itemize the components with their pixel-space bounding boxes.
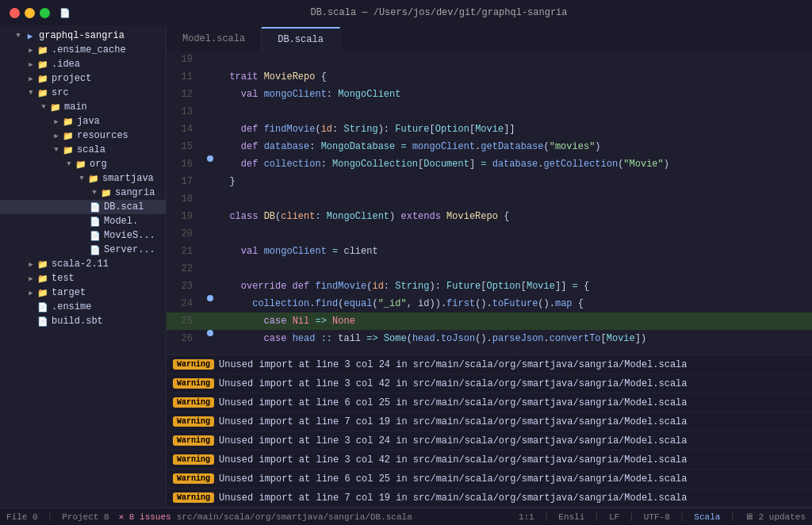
- sidebar-item-ensime-cache[interactable]: ▶ 📁 .ensime_cache: [0, 43, 166, 57]
- warning-text-8: Unused import at line 7 col 19 in src/ma…: [219, 492, 688, 504]
- sidebar-label-target: target: [52, 287, 86, 298]
- status-encoding-label: Ensli: [558, 512, 584, 522]
- sidebar-label-ensime: .ensime: [52, 301, 91, 312]
- warning-item-1: Warning Unused import at line 3 col 24 i…: [167, 355, 812, 374]
- warning-text-7: Unused import at line 6 col 25 in src/ma…: [219, 473, 688, 485]
- gutter-indicator-16: [207, 155, 213, 162]
- file-icon: 📄: [59, 8, 71, 18]
- sidebar-item-org[interactable]: ▼ 📁 org: [0, 157, 166, 171]
- code-line-26: 26 case head :: tail => Some(head.toJson…: [167, 330, 812, 347]
- code-line-22: 22: [167, 260, 812, 278]
- folder-icon-sangria: 📁: [100, 188, 113, 198]
- sidebar-item-buildsbt[interactable]: 📄 build.sbt: [0, 314, 166, 328]
- folder-icon-scala: 📁: [62, 145, 75, 155]
- file-icon-ensime: 📄: [36, 302, 49, 312]
- code-editor[interactable]: 10 11 trait MovieRepo { 12 val mongoClie…: [167, 51, 812, 354]
- sidebar-item-smartjava[interactable]: ▼ 📁 smartjava: [0, 171, 166, 186]
- status-file: File 0: [6, 512, 38, 522]
- tree-arrow-root: ▼: [13, 32, 24, 40]
- warning-badge-1: Warning: [173, 359, 214, 370]
- titlebar: 📄 DB.scala — /Users/jos/dev/git/graphql-…: [0, 0, 812, 25]
- folder-icon-target: 📁: [36, 288, 49, 298]
- code-line-21: 21 val mongoClient = client: [167, 243, 812, 260]
- warning-text-2: Unused import at line 3 col 42 in src/ma…: [219, 378, 688, 389]
- sidebar-item-ensime[interactable]: 📄 .ensime: [0, 300, 166, 314]
- sidebar-item-sangria[interactable]: ▼ 📁 sangria: [0, 186, 166, 200]
- sidebar-item-model-scala[interactable]: 📄 Model.: [0, 214, 166, 228]
- sidebar-item-project[interactable]: ▶ 📁 project: [0, 71, 166, 86]
- tabs: Model.scala DB.scala: [167, 25, 812, 51]
- folder-icon-main: 📁: [49, 102, 62, 113]
- main-layout: ▼ ▶ graphql-sangria ▶ 📁 .ensime_cache ▶ …: [0, 25, 812, 508]
- status-updates[interactable]: 🖥 2 updates: [745, 512, 806, 522]
- warnings-panel: Warning Unused import at line 3 col 24 i…: [167, 354, 812, 508]
- status-position: 1:1: [519, 512, 534, 522]
- sidebar-item-server[interactable]: 📄 Server...: [0, 243, 166, 257]
- folder-icon-ensime-cache: 📁: [36, 45, 49, 56]
- sidebar-item-idea[interactable]: ▶ 📁 .idea: [0, 57, 166, 71]
- code-content: 10 11 trait MovieRepo { 12 val mongoClie…: [167, 51, 812, 354]
- sidebar: ▼ ▶ graphql-sangria ▶ 📁 .ensime_cache ▶ …: [0, 25, 167, 508]
- sidebar-item-target[interactable]: ▶ 📁 target: [0, 285, 166, 300]
- maximize-button[interactable]: [40, 8, 50, 18]
- sidebar-root-label: graphql-sangria: [39, 30, 124, 41]
- warning-badge-2: Warning: [173, 378, 214, 389]
- warning-item-2: Warning Unused import at line 3 col 42 i…: [167, 374, 812, 393]
- code-line-18: 18: [167, 190, 812, 208]
- status-project-label: Project 8: [62, 512, 109, 522]
- code-line-20: 20: [167, 225, 812, 243]
- minimize-button[interactable]: [25, 8, 35, 18]
- warning-item-7: Warning Unused import at line 6 col 25 i…: [167, 469, 812, 489]
- folder-icon-resources: 📁: [62, 131, 75, 141]
- sidebar-item-src[interactable]: ▼ 📁 src: [0, 86, 166, 100]
- sidebar-label-server: Server...: [104, 244, 155, 255]
- warning-badge-6: Warning: [173, 454, 214, 465]
- sidebar-label-ensime-cache: .ensime_cache: [52, 44, 126, 56]
- tab-model-scala[interactable]: Model.scala: [167, 27, 262, 51]
- folder-icon-root: ▶: [24, 31, 36, 41]
- warning-badge-3: Warning: [173, 397, 214, 408]
- sidebar-item-movies[interactable]: 📄 MovieS...: [0, 228, 166, 243]
- status-position-label: 1:1: [519, 512, 534, 522]
- sidebar-item-test[interactable]: ▶ 📁 test: [0, 271, 166, 285]
- window-title: DB.scala — /Users/jos/dev/git/graphql-sa…: [75, 7, 802, 18]
- code-line-24: 24 collection.find(equal("_id", id)).fir…: [167, 295, 812, 312]
- code-line-19: 19 class DB(client: MongoClient) extends…: [167, 208, 812, 225]
- folder-icon-src: 📁: [36, 88, 49, 98]
- folder-icon-project: 📁: [36, 74, 49, 84]
- status-project[interactable]: Project 8: [62, 512, 109, 522]
- sidebar-item-scala-211[interactable]: ▶ 📁 scala-2.11: [0, 257, 166, 271]
- status-issues[interactable]: ✕ 8 issues src/main/scala/org/smartjava/…: [119, 512, 412, 522]
- file-icon-buildsbt: 📄: [36, 316, 49, 327]
- sidebar-label-scala211: scala-2.11: [52, 259, 109, 270]
- code-line-16: 16 def collection: MongoCollection[Docum…: [167, 155, 812, 173]
- sidebar-item-scala[interactable]: ▼ 📁 scala: [0, 143, 166, 157]
- folder-icon-idea: 📁: [36, 59, 49, 70]
- status-issues-label: ✕ 8 issues: [119, 512, 171, 522]
- tab-db-scala[interactable]: DB.scala: [262, 27, 340, 51]
- status-encoding: Ensli: [558, 512, 584, 522]
- file-icon-movies: 📄: [89, 231, 102, 241]
- folder-icon-java: 📁: [62, 117, 75, 127]
- warning-badge-4: Warning: [173, 416, 214, 427]
- sidebar-item-resources[interactable]: ▶ 📁 resources: [0, 128, 166, 143]
- status-file-path: src/main/scala/org/smartjava/sangria/DB.…: [177, 512, 412, 522]
- code-line-15: 15 def database: MongoDatabase = mongoCl…: [167, 138, 812, 155]
- sidebar-label-org: org: [90, 159, 107, 170]
- sidebar-label-src: src: [52, 87, 69, 98]
- statusbar: File 0 | Project 8 ✕ 8 issues src/main/s…: [0, 508, 812, 525]
- sidebar-label-model-scala: Model.: [104, 216, 138, 227]
- status-lang-label: Scala: [694, 512, 720, 522]
- warning-text-3: Unused import at line 6 col 25 in src/ma…: [219, 397, 688, 408]
- sidebar-item-main[interactable]: ▼ 📁 main: [0, 100, 166, 114]
- traffic-lights: [10, 8, 50, 18]
- warning-item-4: Warning Unused import at line 7 col 19 i…: [167, 412, 812, 431]
- close-button[interactable]: [10, 8, 20, 18]
- status-language: Scala: [694, 512, 720, 522]
- warning-item-6: Warning Unused import at line 3 col 42 i…: [167, 450, 812, 469]
- status-file-label: File 0: [6, 512, 38, 522]
- code-line-23: 23 override def findMovie(id: String): F…: [167, 278, 812, 295]
- sidebar-item-db-scala[interactable]: 📄 DB.scal: [0, 200, 166, 214]
- sidebar-item-java[interactable]: ▶ 📁 java: [0, 114, 166, 128]
- sidebar-item-root[interactable]: ▼ ▶ graphql-sangria: [0, 29, 166, 43]
